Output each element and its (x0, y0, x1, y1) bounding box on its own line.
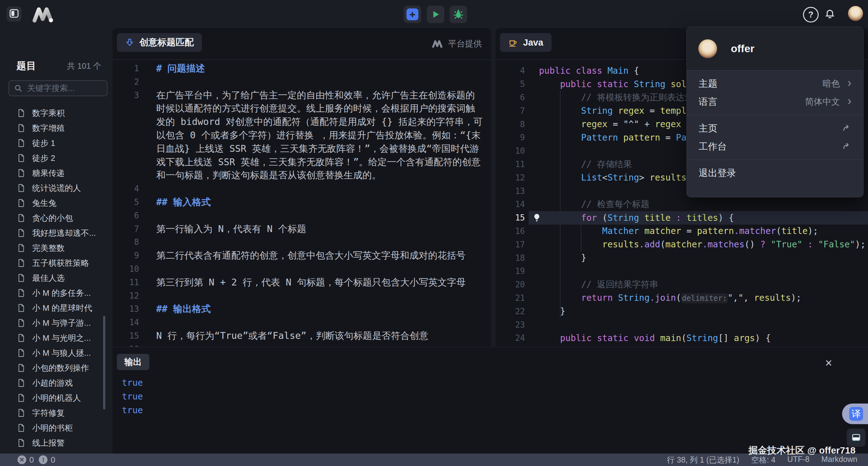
code-line-text: return String.join(delimiter:",", result… (539, 293, 801, 303)
menu-item-home[interactable]: 主页 (687, 119, 863, 137)
markdown-line[interactable]: 9第二行代表含有通配符的创意，创意中包含大小写英文字母和成对的花括号 (113, 249, 491, 262)
sidebar-item[interactable]: 小 M 的多任务... (0, 286, 107, 300)
sidebar-toggle-button[interactable] (6, 6, 22, 22)
code-line-text (539, 320, 544, 330)
sidebar-item[interactable]: 小明的书柜 (0, 421, 107, 435)
menu-item-logout[interactable]: 退出登录 (687, 164, 863, 182)
sidebar-item[interactable]: 小明的机器人 (0, 391, 107, 405)
code-line[interactable]: 15 for (String title : titles) { (496, 211, 868, 225)
line-number: 17 (496, 240, 525, 249)
help-button[interactable]: ? (803, 7, 818, 23)
document-icon (17, 378, 25, 388)
sidebar-item[interactable]: 五子棋获胜策略 (0, 256, 107, 270)
markdown-line[interactable]: 11第三行到第 N + 2 行，代表 N 句标题，每个标题只包含大小写英文字母 (113, 276, 491, 289)
markdown-line-text (156, 75, 483, 89)
code-line[interactable]: 23 (496, 318, 868, 331)
sidebar-item[interactable]: 小 M 与弹子游... (0, 315, 107, 330)
line-number: 19 (496, 266, 525, 276)
markdown-line[interactable]: 2 (113, 75, 491, 89)
document-icon (17, 288, 25, 298)
close-icon[interactable]: × (823, 357, 835, 369)
markdown-editor[interactable]: 1# 问题描述2 3在广告平台中，为了给广告主一定的自由性和效率，允许广告主在创… (113, 60, 491, 347)
document-icon (17, 273, 25, 282)
sidebar-item-label: 完美整数 (32, 243, 65, 254)
sidebar-item[interactable]: 小包的数列操作 (0, 360, 107, 375)
sidebar-item-label: 兔生兔 (32, 198, 57, 209)
code-line[interactable]: 20 // 返回结果字符串 (496, 278, 868, 291)
notifications-button[interactable] (823, 6, 837, 21)
sidebar-item[interactable]: 数字增殖 (0, 121, 107, 136)
output-content: truetruetrue (122, 376, 143, 417)
translate-icon: 译 (849, 407, 863, 421)
markdown-line[interactable]: 15N 行，每行为“True”或者“False”，判断该句标题是否符合创意 (113, 329, 491, 343)
translate-button[interactable]: 译 (842, 403, 868, 424)
warnings-icon: ! (39, 455, 48, 464)
problem-panel: 创意标题匹配 平台提供 1# 问题描述2 3在广告平台中，为了给广告主一定的自由… (113, 28, 491, 347)
sidebar-item[interactable]: 小 M 与光明之... (0, 330, 107, 345)
markdown-line[interactable]: 16 (113, 343, 491, 347)
markdown-line[interactable]: 13## 输出格式 (113, 302, 491, 316)
sidebar-item[interactable]: 徒步 1 (0, 136, 107, 151)
sidebar-item[interactable]: 兔生兔 (0, 196, 107, 210)
code-line[interactable]: 22 } (496, 304, 868, 318)
external-link-icon (842, 123, 851, 134)
sidebar-item[interactable]: 小 M 的星球时代 (0, 300, 107, 315)
user-dropdown-menu: offer 主题 暗色 › 语言 简体中文 › 主页 工作台 退出登录 (686, 27, 864, 197)
markdown-line[interactable]: 10 (113, 262, 491, 276)
markdown-line[interactable]: 12 (113, 289, 491, 303)
sidebar-item[interactable]: 糖果传递 (0, 166, 107, 180)
output-panel: 输出 × truetruetrue (113, 347, 868, 454)
document-icon (17, 228, 25, 238)
sidebar-item[interactable]: 完美整数 (0, 240, 107, 256)
code-line[interactable]: 16 Matcher matcher = pattern.matcher(tit… (496, 225, 868, 238)
sidebar-item[interactable]: 贪心的小包 (0, 210, 107, 226)
markdown-line[interactable]: 3在广告平台中，为了给广告主一定的自由性和效率，允许广告主在创造标题的时候以通配… (113, 89, 491, 182)
problem-tab[interactable]: 创意标题匹配 (117, 33, 202, 52)
app-logo[interactable] (31, 5, 56, 24)
search-input[interactable] (27, 83, 103, 93)
sidebar-scrollbar[interactable] (103, 316, 105, 409)
line-number: 5 (496, 79, 525, 89)
markdown-line[interactable]: 6 (113, 209, 491, 222)
code-line[interactable]: 14 // 检查每个标题 (496, 198, 868, 211)
new-file-button[interactable]: + (404, 6, 421, 23)
debug-button[interactable] (450, 6, 467, 23)
sidebar-item[interactable]: 最佳人选 (0, 270, 107, 286)
sidebar-item[interactable]: 数字乘积 (0, 106, 107, 121)
markdown-line[interactable]: 4 (113, 182, 491, 196)
sidebar-item[interactable]: 小超的游戏 (0, 375, 107, 391)
output-line: true (122, 376, 143, 390)
code-line[interactable]: 19 (496, 265, 868, 278)
code-line[interactable]: 24 public static void main(String[] args… (496, 331, 868, 345)
sidebar-item[interactable]: 统计说谎的人 (0, 180, 107, 196)
markdown-line[interactable]: 14 (113, 316, 491, 329)
markdown-line[interactable]: 5## 输入格式 (113, 196, 491, 209)
sidebar-item[interactable]: 徒步 2 (0, 151, 107, 166)
menu-item-language[interactable]: 语言 简体中文 › (687, 93, 863, 111)
sidebar-item[interactable]: 字符修复 (0, 405, 107, 421)
monitor-button[interactable] (847, 429, 866, 446)
code-line[interactable]: 21 return String.join(delimiter:",", res… (496, 291, 868, 305)
menu-item-workbench[interactable]: 工作台 (687, 137, 863, 156)
sidebar-item[interactable]: 小 M 与狼人拯... (0, 345, 107, 360)
code-line-text: // 检查每个标题 (539, 198, 649, 210)
code-line-text (539, 146, 544, 156)
sidebar-item[interactable]: 我好想逃却逃不... (0, 226, 107, 240)
user-avatar[interactable] (848, 6, 863, 21)
run-button[interactable] (427, 6, 444, 23)
output-tab[interactable]: 输出 (117, 354, 149, 370)
code-line-text: // 将模板转换为正则表达式 (539, 92, 693, 103)
menu-item-theme[interactable]: 主题 暗色 › (687, 75, 863, 93)
markdown-line[interactable]: 8 (113, 235, 491, 249)
theme-label: 主题 (699, 77, 717, 90)
code-line[interactable]: 17 results.add(matcher.matches() ? "True… (496, 238, 868, 251)
markdown-line-text: N 行，每行为“True”或者“False”，判断该句标题是否符合创意 (156, 329, 483, 343)
markdown-line[interactable]: 7第一行输入为 N，代表有 N 个标题 (113, 222, 491, 236)
markdown-line-text: 在广告平台中，为了给广告主一定的自由性和效率，允许广告主在创造标题的时候以通配符… (156, 89, 483, 182)
markdown-line[interactable]: 1# 问题描述 (113, 62, 491, 75)
markdown-line-text (156, 209, 483, 222)
sidebar-item[interactable]: 线上报警 (0, 435, 107, 451)
language-selector[interactable]: Java (500, 33, 552, 52)
code-line[interactable]: 18 } (496, 251, 868, 265)
markdown-line-text (156, 262, 483, 276)
